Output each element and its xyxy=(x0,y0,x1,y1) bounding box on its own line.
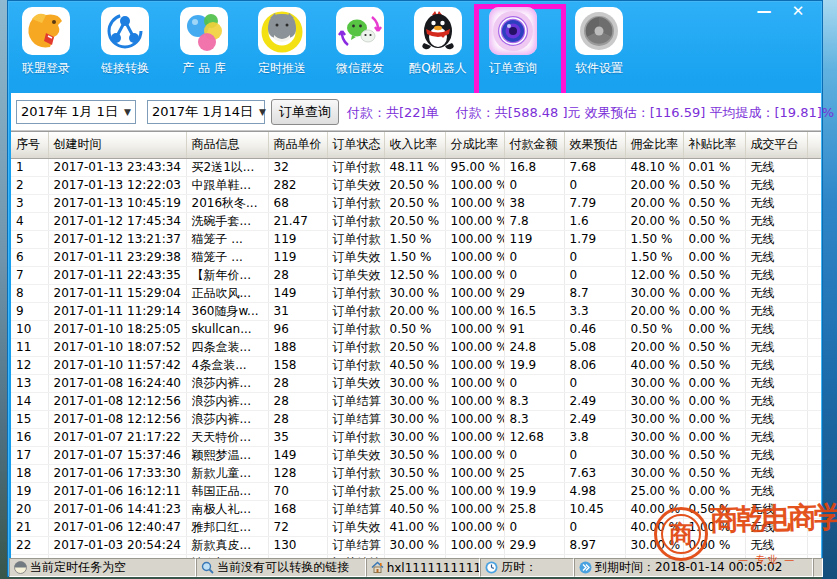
table-row[interactable]: 132017-01-08 16:24:40浪莎内裤...28订单失效30.00 … xyxy=(11,374,821,392)
toolbar-item-union-login[interactable]: 联盟登录 xyxy=(9,7,83,77)
status-segment-filler xyxy=(813,558,823,577)
date-to-select[interactable]: 2017年 1月14日 ▼ xyxy=(147,100,265,124)
table-cell: 91 xyxy=(504,320,564,338)
table-row[interactable]: 152017-01-08 12:12:56浪莎内裤...28订单结算30.00 … xyxy=(11,410,821,428)
table-row[interactable]: 92017-01-11 11:29:14360随身w...31订单付款20.00… xyxy=(11,302,821,320)
table-cell: 40.00 % xyxy=(625,356,683,374)
table-cell: 40.50 % xyxy=(384,500,445,518)
date-from-select[interactable]: 2017年 1月 1日 ▼ xyxy=(16,100,136,124)
table-cell: 1.50 % xyxy=(384,248,445,266)
table-row[interactable]: 142017-01-08 12:12:56浪莎内裤...28订单结算30.00 … xyxy=(11,392,821,410)
table-cell-filler xyxy=(807,338,821,356)
table-cell: 2017-01-12 17:45:34 xyxy=(48,212,186,230)
table-cell: 2017-01-11 15:29:04 xyxy=(48,284,186,302)
header-cell[interactable]: 商品单价 xyxy=(268,132,327,158)
toolbar-item-timed-push[interactable]: 定时推送 xyxy=(245,7,319,77)
table-cell: 72 xyxy=(268,518,327,536)
header-cell[interactable]: 成交平台 xyxy=(745,132,807,158)
table-cell: 3.8 xyxy=(564,428,625,446)
table-row[interactable]: 82017-01-11 15:29:04正品吹风...149订单付款30.00 … xyxy=(11,284,821,302)
table-cell: 100.00 % xyxy=(445,302,504,320)
status-segment-expiry: 到期时间：2018-01-14 00:05:02 xyxy=(574,558,813,577)
table-row[interactable]: 32017-01-13 10:45:192016秋冬...68订单付款20.50… xyxy=(11,194,821,212)
toolbar-label: 定时推送 xyxy=(258,60,306,77)
header-cell[interactable]: 效果预估 xyxy=(564,132,625,158)
table-cell: 无线 xyxy=(745,518,807,536)
table-cell: 100.00 % xyxy=(445,410,504,428)
table-row[interactable]: 202017-01-06 14:41:23南极人礼...168订单结算40.50… xyxy=(11,500,821,518)
table-cell: 30.00 % xyxy=(625,410,683,428)
table-cell: 100.00 % xyxy=(445,464,504,482)
table-cell: 0.01 % xyxy=(683,158,745,176)
toolbar-item-product-library[interactable]: 产 品 库 xyxy=(167,7,241,77)
table-row[interactable]: 112017-01-10 18:07:52四条盒装...188订单付款20.50… xyxy=(11,338,821,356)
header-cell[interactable]: 付款金额 xyxy=(504,132,564,158)
toolbar-item-link-convert[interactable]: 链接转换 xyxy=(88,7,162,77)
chevron-down-icon: ▼ xyxy=(118,107,131,117)
table-cell: 订单付款 xyxy=(327,320,384,338)
table-row[interactable]: 72017-01-11 22:43:35【新年价...28订单失效12.50 %… xyxy=(11,266,821,284)
table-cell: 0 xyxy=(564,518,625,536)
table-cell: 28 xyxy=(268,410,327,428)
table-row[interactable]: 52017-01-12 13:21:37猫笼子 ...119订单付款1.50 %… xyxy=(11,230,821,248)
table-cell: 2017-01-07 15:37:46 xyxy=(48,446,186,464)
header-cell[interactable]: 补贴比率 xyxy=(683,132,745,158)
toolbar-item-order-query[interactable]: 订单查询 xyxy=(476,7,550,77)
table-row[interactable]: 122017-01-10 11:57:424条盒装...158订单付款40.50… xyxy=(11,356,821,374)
table-row[interactable]: 172017-01-07 15:37:46颖熙梦温...149订单失效30.50… xyxy=(11,446,821,464)
table-cell: 100.00 % xyxy=(445,212,504,230)
header-cell[interactable]: 分成比率 xyxy=(445,132,504,158)
table-cell: 20 xyxy=(11,500,48,518)
table-cell: 天天特价... xyxy=(186,428,268,446)
table-cell: 12 xyxy=(11,356,48,374)
orders-table: 序号创建时间商品信息商品单价订单状态收入比率分成比率付款金额效果预估佣金比率补贴… xyxy=(11,132,821,558)
table-cell: 31 xyxy=(268,302,327,320)
header-cell[interactable]: 佣金比率 xyxy=(625,132,683,158)
table-row[interactable]: 22017-01-13 12:22:03中跟单鞋...282订单失效20.50 … xyxy=(11,176,821,194)
bubbles-icon xyxy=(180,7,228,55)
status-text: 到期时间：2018-01-14 00:05:02 xyxy=(595,559,782,576)
table-cell: 28 xyxy=(268,392,327,410)
toolbar-item-settings[interactable]: 软件设置 xyxy=(562,7,636,77)
header-cell[interactable]: 序号 xyxy=(11,132,48,158)
table-cell: 25.8 xyxy=(504,500,564,518)
table-row[interactable]: 192017-01-06 16:12:11韩国正品...70订单付款25.00 … xyxy=(11,482,821,500)
table-cell: 2.49 xyxy=(564,392,625,410)
table-row[interactable]: 42017-01-12 17:45:34洗碗手套...21.47订单付款20.5… xyxy=(11,212,821,230)
table-row[interactable]: 182017-01-06 17:33:30新款儿童...128订单付款30.50… xyxy=(11,464,821,482)
table-cell-filler xyxy=(807,518,821,536)
table-row[interactable]: 222017-01-03 20:54:24新款真皮...130订单结算30.00… xyxy=(11,536,821,554)
table-cell: 0 xyxy=(564,446,625,464)
table-cell: 100.00 % xyxy=(445,338,504,356)
toolbar-label: 链接转换 xyxy=(101,60,149,77)
table-cell: 订单付款 xyxy=(327,284,384,302)
toolbar-label: 微信群发 xyxy=(336,60,384,77)
table-cell: 10.45 xyxy=(564,500,625,518)
table-row[interactable]: 12017-01-13 23:43:34买2送1以...32订单付款48.11 … xyxy=(11,158,821,176)
toolbar-item-coolq-robot[interactable]: 酷Q机器人 xyxy=(401,7,475,77)
header-cell[interactable]: 订单状态 xyxy=(327,132,384,158)
table-cell-filler xyxy=(807,302,821,320)
table-cell: 30.00 % xyxy=(625,446,683,464)
table-cell: 无线 xyxy=(745,392,807,410)
header-cell[interactable]: 创建时间 xyxy=(48,132,186,158)
order-query-button[interactable]: 订单查询 xyxy=(271,99,339,125)
table-cell: 360随身w... xyxy=(186,302,268,320)
table-cell: 149 xyxy=(268,446,327,464)
table-row[interactable]: 212017-01-06 12:40:47雅邦口红...72订单失效41.00 … xyxy=(11,518,821,536)
header-cell[interactable]: 收入比率 xyxy=(384,132,445,158)
toolbar-item-wechat-broadcast[interactable]: 微信群发 xyxy=(323,7,397,77)
table-cell: 30.50 % xyxy=(384,446,445,464)
table-cell: 0.50 % xyxy=(384,320,445,338)
table-cell: 24.8 xyxy=(504,338,564,356)
table-row[interactable]: 162017-01-07 21:17:22天天特价...35订单付款30.00 … xyxy=(11,428,821,446)
table-cell: 1.00 % xyxy=(683,518,745,536)
table-cell: 20.00 % xyxy=(625,302,683,320)
table-cell: 无线 xyxy=(745,356,807,374)
table-cell: 0.00 % xyxy=(683,536,745,554)
deer-icon xyxy=(22,7,70,55)
header-cell[interactable]: 商品信息 xyxy=(186,132,268,158)
table-row[interactable]: 62017-01-11 23:29:38猫笼子 ...119订单失效1.50 %… xyxy=(11,248,821,266)
table-row[interactable]: 102017-01-10 18:25:05skullcan...96订单付款0.… xyxy=(11,320,821,338)
app-window: — ✕ 联盟登录 xyxy=(7,0,823,577)
